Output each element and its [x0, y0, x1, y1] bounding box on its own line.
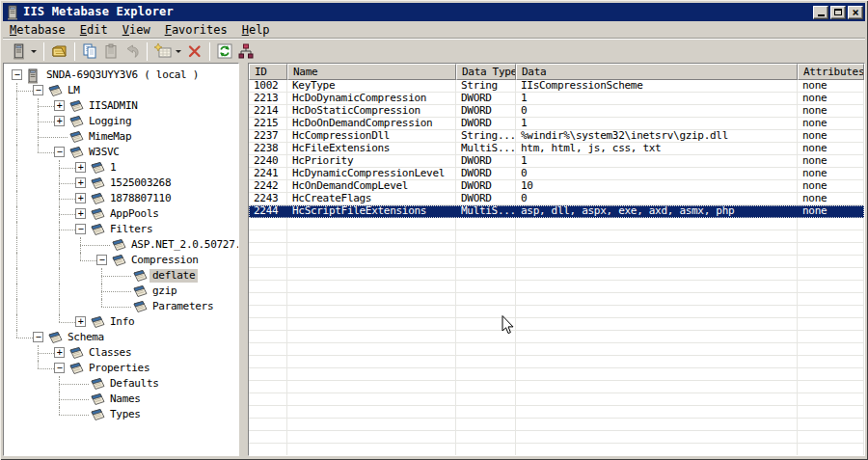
tree-label[interactable]: 1525003268	[107, 176, 174, 190]
tree-item-w3svc[interactable]: −W3SVC	[4, 145, 238, 160]
menu-metabase[interactable]: Metabase	[10, 23, 66, 37]
view-hierarchy-button[interactable]	[235, 41, 257, 62]
property-row-2241[interactable]: 2241HcDynamicCompressionLevelDWORD0none	[249, 168, 864, 180]
expand-box-icon[interactable]: +	[75, 177, 86, 188]
property-row-2244[interactable]: 2244HcScriptFileExtensionsMultiS...asp, …	[249, 205, 864, 218]
expand-box-icon[interactable]: +	[54, 347, 65, 358]
refresh-button[interactable]	[214, 41, 235, 62]
tree-label[interactable]: IISADMIN	[86, 99, 141, 113]
collapse-box-icon[interactable]: −	[12, 69, 22, 80]
collapse-box-icon[interactable]: −	[54, 147, 65, 157]
column-header-attributes[interactable]: Attributes	[798, 64, 864, 80]
tree-item-iisadmin[interactable]: +IISADMIN	[4, 98, 238, 114]
column-header-data[interactable]: Data	[516, 64, 798, 80]
collapse-box-icon[interactable]: −	[96, 255, 107, 265]
new-key-button[interactable]	[151, 41, 184, 62]
key-icon	[68, 115, 85, 128]
tree-label[interactable]: 1878807110	[107, 192, 174, 205]
expand-box-icon[interactable]: +	[75, 208, 86, 219]
tree-label[interactable]: MimeMap	[86, 130, 134, 144]
property-row-2238[interactable]: 2238HcFileExtensionsMultiS...htm, html, …	[249, 143, 864, 155]
menu-favorites[interactable]: Favorites	[165, 23, 228, 37]
tree-item-1525003268[interactable]: +1525003268	[4, 176, 238, 191]
tree-item-apppools[interactable]: +AppPools	[4, 206, 238, 222]
property-row-2215[interactable]: 2215HcDoOnDemandCompressionDWORD1none	[249, 118, 864, 130]
maximize-button[interactable]	[830, 6, 846, 19]
tree-label[interactable]: Parameters	[149, 300, 216, 313]
connect-button[interactable]	[8, 41, 40, 62]
property-row-2243[interactable]: 2243HcCreateFlagsDWORD0none	[249, 193, 864, 205]
expand-box-icon[interactable]: +	[75, 193, 86, 203]
tree-item-1[interactable]: +1	[4, 160, 238, 176]
tree-item-properties[interactable]: −Properties	[4, 361, 238, 376]
tree-label[interactable]: Properties	[86, 362, 152, 375]
tree-item-deflate[interactable]: deflate	[4, 268, 238, 284]
delete-button[interactable]	[184, 41, 205, 62]
tree-item-info[interactable]: +Info	[4, 314, 238, 330]
cell-id	[249, 218, 287, 230]
tree-label[interactable]: LM	[65, 84, 83, 97]
menu-help[interactable]: Help	[242, 23, 270, 37]
tree-item-asp-net-2-0-50727-0[interactable]: ASP.NET_2.0.50727.0	[4, 237, 238, 253]
copy-button[interactable]	[79, 41, 100, 62]
tree-item-defaults[interactable]: Defaults	[4, 376, 238, 392]
property-row-2240[interactable]: 2240HcPriorityDWORD1none	[249, 155, 864, 168]
tree-label[interactable]: Info	[107, 315, 137, 329]
tree-item-snda-69q3uyy3v6-local[interactable]: −SNDA-69Q3UYY3V6 ( local )	[4, 68, 238, 83]
cell-data_type	[456, 218, 516, 230]
cell-data_type	[456, 306, 516, 318]
tree-label[interactable]: Types	[107, 408, 144, 421]
close-button[interactable]: ×	[848, 6, 863, 19]
menu-edit[interactable]: Edit	[80, 23, 108, 37]
cell-data_type: String...	[456, 130, 516, 143]
tree-item-parameters[interactable]: Parameters	[4, 299, 238, 314]
panel-splitter[interactable]	[239, 63, 248, 456]
expand-box-icon[interactable]: +	[75, 162, 86, 173]
collapse-box-icon[interactable]: −	[75, 224, 86, 234]
tree-item-names[interactable]: Names	[4, 392, 238, 407]
property-row-1002[interactable]: 1002KeyTypeStringIIsCompressionSchemenon…	[249, 80, 864, 93]
tree-item-compression[interactable]: −Compression	[4, 253, 238, 268]
property-row-2214[interactable]: 2214HcDoStaticCompressionDWORD0none	[249, 105, 864, 118]
expand-box-icon[interactable]: +	[54, 116, 65, 126]
collapse-box-icon[interactable]: −	[33, 85, 43, 95]
column-header-data-type[interactable]: Data Type	[456, 64, 516, 80]
tree-item-mimemap[interactable]: MimeMap	[4, 129, 238, 145]
tree-label[interactable]: Filters	[107, 223, 155, 236]
dropdown-arrow-icon[interactable]	[31, 50, 37, 53]
tree-item-classes[interactable]: +Classes	[4, 345, 238, 361]
tree-item-lm[interactable]: −LM	[4, 83, 238, 98]
tree-item-gzip[interactable]: gzip	[4, 284, 238, 299]
tree-label[interactable]: gzip	[149, 284, 179, 298]
tree-label[interactable]: Defaults	[107, 377, 162, 391]
expand-box-icon[interactable]: +	[75, 316, 86, 327]
tree-label[interactable]: Classes	[86, 346, 134, 360]
tree-label[interactable]: AppPools	[107, 207, 162, 221]
tree-item-filters[interactable]: −Filters	[4, 222, 238, 237]
collapse-box-icon[interactable]: −	[33, 332, 43, 342]
save-button[interactable]	[48, 41, 70, 62]
collapse-box-icon[interactable]: −	[54, 363, 65, 373]
property-row-2242[interactable]: 2242HcOnDemandCompLevelDWORD10none	[249, 180, 864, 193]
tree-label[interactable]: Compression	[128, 254, 202, 267]
expand-box-icon[interactable]: +	[54, 100, 65, 111]
tree-item-schema[interactable]: −Schema	[4, 330, 238, 345]
column-header-id[interactable]: ID	[249, 64, 287, 80]
tree-label[interactable]: ASP.NET_2.0.50727.0	[128, 238, 239, 252]
tree-label[interactable]: deflate	[149, 269, 198, 283]
tree-label[interactable]: Schema	[65, 331, 107, 344]
dropdown-arrow-icon[interactable]	[176, 50, 181, 53]
tree-label[interactable]: SNDA-69Q3UYY3V6 ( local )	[43, 68, 202, 82]
column-header-name[interactable]: Name	[287, 64, 456, 80]
tree-item-1878807110[interactable]: +1878807110	[4, 191, 238, 206]
tree-item-logging[interactable]: +Logging	[4, 114, 238, 129]
property-row-2237[interactable]: 2237HcCompressionDllString...%windir%\sy…	[249, 130, 864, 143]
property-row-2213[interactable]: 2213HcDoDynamicCompressionDWORD1none	[249, 93, 864, 105]
tree-label[interactable]: W3SVC	[86, 146, 122, 159]
tree-label[interactable]: Logging	[86, 115, 134, 128]
tree-label[interactable]: Names	[107, 392, 144, 406]
tree-item-types[interactable]: Types	[4, 407, 238, 422]
menu-view[interactable]: View	[122, 23, 150, 37]
tree-label[interactable]: 1	[107, 161, 119, 175]
minimize-button[interactable]	[813, 6, 828, 19]
